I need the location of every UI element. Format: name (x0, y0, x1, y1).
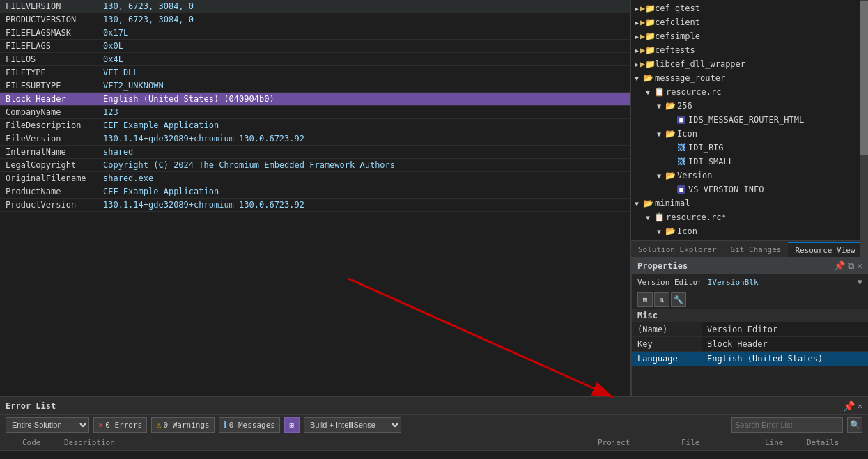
filter-button[interactable]: ⊞ (284, 417, 300, 433)
folder-open-icon: 📂 (642, 198, 653, 209)
prop-value: Block Header (702, 337, 868, 352)
tree-item[interactable]: ▼📂256 (631, 99, 868, 113)
minimize-icon[interactable]: — (834, 400, 839, 412)
expand-icon[interactable] (665, 184, 676, 195)
folder-icon: ▶📁 (642, 45, 653, 56)
tree-item[interactable]: ▼📂Icon (631, 127, 868, 141)
dropdown-arrow-icon[interactable]: ▼ (858, 277, 862, 287)
close-error-icon[interactable]: ✕ (858, 401, 862, 411)
expand-icon[interactable]: ▼ (642, 212, 653, 223)
tree-item[interactable]: ▼📂Version (631, 169, 868, 182)
properties-table: (Name)Version EditorKeyBlock HeaderLangu… (632, 322, 868, 366)
expand-icon[interactable] (665, 142, 676, 153)
errors-count: 0 Errors (105, 421, 142, 430)
tree-item[interactable]: 🖼IDI_SMALL (631, 155, 868, 169)
version-key: FILEFLAGSMASK (0, 26, 98, 40)
block-icon: ■ (676, 114, 687, 125)
error-columns-header: Code Description Project File Line Detai… (0, 435, 868, 451)
version-key: ProductVersion (0, 199, 98, 212)
properties-header: Properties 📌 ⧉ ✕ (632, 258, 868, 274)
tree-label: IDI_BIG (688, 143, 724, 153)
tree-label: resource.rc (666, 87, 721, 97)
version-editor-label: Version Editor (637, 278, 702, 287)
errors-button[interactable]: ✕ 0 Errors (93, 417, 147, 433)
expand-icon[interactable]: ▼ (642, 86, 653, 98)
folder-icon: ▶📁 (642, 31, 653, 42)
tree-label: Icon (677, 129, 697, 139)
folder-icon: ▶📁 (642, 3, 653, 14)
folder-open-icon: 📂 (665, 170, 676, 181)
wrench-button[interactable]: 🔧 (671, 292, 686, 307)
sort-button[interactable]: ⇅ (654, 292, 669, 307)
tab-resource-view[interactable]: Resource View (788, 242, 862, 257)
tree-item[interactable]: ▼📋resource.rc* (631, 210, 868, 224)
expand-icon[interactable]: ▼ (631, 72, 642, 84)
tab-solution-explorer[interactable]: Solution Explorer (631, 242, 724, 257)
expand-icon[interactable]: ▼ (653, 170, 665, 181)
version-key: FILEVERSION (0, 0, 98, 13)
expand-icon[interactable] (665, 156, 676, 167)
grid-view-button[interactable]: ⊞ (637, 292, 653, 307)
folder-open-icon: 📂 (665, 128, 676, 139)
dock-icon[interactable]: ⧉ (848, 260, 854, 272)
folder-icon: ▶📁 (642, 59, 653, 70)
prop-key: (Name) (632, 322, 702, 337)
version-key: InternalName (0, 146, 98, 159)
file-rc-modified-icon: 📋 (653, 212, 665, 223)
tree-item[interactable]: ■VS_VERSION_INFO (631, 182, 868, 196)
tree-label: IDI_SMALL (688, 157, 734, 166)
info-icon: ℹ (224, 420, 227, 430)
tree-item[interactable]: 🖼IDI_BIG (631, 141, 868, 155)
version-key: FileVersion (0, 132, 98, 146)
prop-value: Version Editor (702, 322, 868, 337)
tree-item[interactable]: ▶▶📁ceftests (631, 43, 868, 57)
search-error-input[interactable] (731, 417, 843, 433)
expand-icon[interactable]: ▼ (631, 198, 642, 209)
tree-item[interactable]: ▶▶📁cef_gtest (631, 1, 868, 15)
tree-item[interactable]: ▶▶📁libcef_dll_wrapper (631, 57, 868, 71)
version-value: 0x0L (98, 40, 630, 53)
pin-error-icon[interactable]: 📌 (843, 400, 855, 412)
folder-open-icon: 📂 (642, 72, 653, 84)
col-details-header: Details (807, 438, 862, 447)
tree-item[interactable]: ▼📂minimal (631, 196, 868, 210)
prop-key: Key (632, 337, 702, 352)
version-value: shared.exe (98, 172, 630, 185)
error-list-title: Error List (6, 401, 56, 411)
expand-icon[interactable]: ▼ (653, 226, 665, 237)
version-key: FileDescription (0, 119, 98, 132)
resource-view-tree[interactable]: ▶▶📁cef_gtest▶▶📁cefclient▶▶📁cefsimple▶▶📁c… (631, 0, 868, 240)
version-info-panel: FILEVERSION130, 6723, 3084, 0PRODUCTVERS… (0, 0, 631, 396)
version-key: OriginalFilename (0, 172, 98, 185)
tree-item[interactable]: ▼📂Icon (631, 224, 868, 238)
close-icon[interactable]: ✕ (857, 260, 862, 271)
version-key: FILEFLAGS (0, 40, 98, 53)
build-filter-dropdown[interactable]: Build + IntelliSense (304, 417, 401, 433)
tree-item[interactable]: ▶▶📁cefclient (631, 15, 868, 29)
tree-item[interactable]: ▼📋resource.rc (631, 85, 868, 99)
tree-label: minimal (655, 199, 690, 208)
error-toolbar: Entire Solution ✕ 0 Errors ⚠ 0 Warnings … (0, 415, 868, 435)
tree-item[interactable]: ■IDS_MESSAGE_ROUTER_HTML (631, 113, 868, 127)
tab-git-changes[interactable]: Git Changes (724, 242, 789, 257)
expand-icon[interactable] (665, 114, 676, 125)
expand-icon[interactable]: ▼ (653, 100, 665, 111)
pin-icon[interactable]: 📌 (834, 260, 845, 271)
version-value: VFT2_UNKNOWN (98, 79, 630, 93)
block-icon: ■ (676, 184, 687, 195)
error-x-icon: ✕ (98, 420, 103, 430)
tree-label: resource.rc* (666, 212, 727, 222)
version-key: PRODUCTVERSION (0, 13, 98, 26)
version-key: ProductName (0, 185, 98, 199)
search-error-button[interactable]: 🔍 (847, 417, 862, 433)
tree-item[interactable]: ▼📂message_router (631, 71, 868, 85)
folder-open-icon: 📂 (665, 226, 676, 237)
warnings-button[interactable]: ⚠ 0 Warnings (151, 417, 214, 433)
version-key: FILESUBTYPE (0, 79, 98, 93)
scope-dropdown[interactable]: Entire Solution (6, 417, 89, 433)
tree-item[interactable]: ▶▶📁cefsimple (631, 29, 868, 43)
version-value: CEF Example Application (98, 119, 630, 132)
expand-icon[interactable]: ▼ (653, 128, 665, 139)
version-key: Block Header (0, 93, 98, 106)
messages-button[interactable]: ℹ 0 Messages (219, 417, 280, 433)
